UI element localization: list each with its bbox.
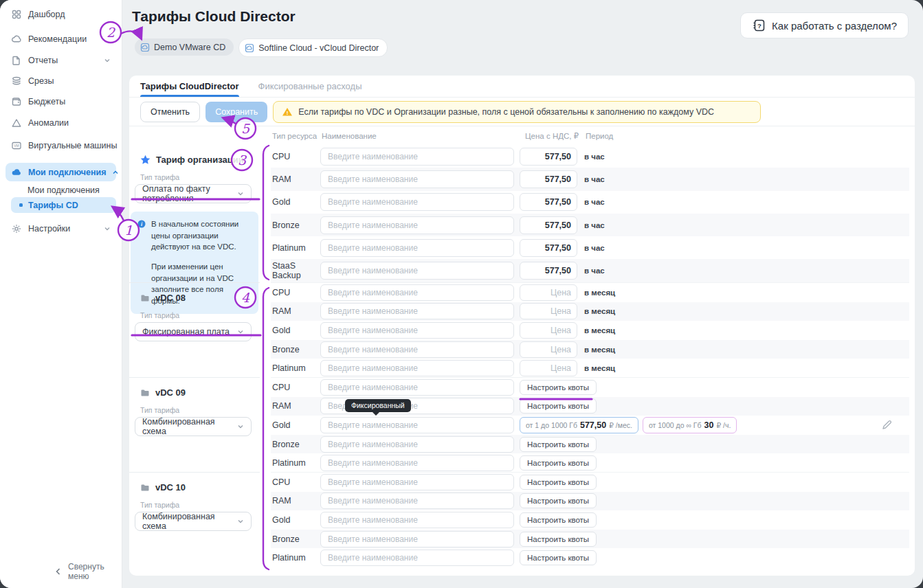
edit-pencil-icon[interactable] [881, 419, 893, 431]
tariff-type-label: Тип тарифа [140, 311, 260, 319]
tariff-type-label: Тип тарифа [140, 406, 260, 414]
vdc-09-tariff-type-dropdown[interactable]: Комбинированная схема [135, 417, 252, 436]
configure-quotas-button[interactable]: Настроить квоты [520, 550, 597, 565]
connection-chips: Demo VMware CD Softline Cloud - vCloud D… [135, 38, 388, 57]
annotation-arrow-2 [121, 31, 141, 38]
sidebar-item-anomalies[interactable]: Аномалии [5, 114, 116, 132]
sidebar-item-settings[interactable]: Настройки [5, 220, 116, 238]
dropdown-value: Комбинированная схема [142, 512, 237, 531]
sidebar-item-virtual-machines[interactable]: VM Виртуальные машины [5, 137, 116, 155]
table-row: CPU Настроить квоты [271, 378, 909, 397]
name-input[interactable] [320, 322, 514, 339]
connection-chip-label: Softline Cloud - vCloud Director [258, 43, 379, 53]
name-input[interactable] [320, 493, 514, 509]
tariff-type-label: Тип тарифа [140, 501, 260, 509]
toolbar: Отменить Сохранить ! Если тарифы по VDC … [129, 98, 915, 126]
sidebar-item-recommendations[interactable]: Рекомендации [5, 30, 116, 48]
page-title: Тарифы Cloud Director [132, 8, 296, 25]
resource-label: Gold [272, 197, 320, 207]
table-row: Gold в месяц [271, 321, 909, 340]
price-input[interactable] [520, 216, 577, 234]
collapse-menu-button[interactable]: Свернуть меню [55, 562, 122, 581]
sidebar-item-slices[interactable]: Срезы [5, 72, 116, 90]
connection-chip-softline[interactable]: Softline Cloud - vCloud Director [238, 38, 388, 57]
configure-quotas-button[interactable]: Настроить квоты [520, 437, 597, 452]
sidebar-item-my-connections[interactable]: Мои подключения [5, 163, 116, 181]
name-input[interactable] [320, 284, 514, 301]
price-input[interactable] [520, 322, 577, 339]
org-tariff-title: Тариф организации [156, 155, 244, 165]
warning-icon: ! [282, 106, 293, 117]
org-tariff-type-dropdown[interactable]: Оплата по факту потребления [135, 184, 252, 203]
name-input[interactable] [320, 436, 514, 453]
name-input[interactable] [320, 550, 514, 566]
name-input[interactable] [320, 455, 514, 471]
price-input[interactable] [520, 303, 577, 319]
price-input[interactable] [520, 239, 577, 257]
configure-quotas-button[interactable]: Настроить квоты [520, 512, 597, 528]
tabs: Тарифы CloudDirector Фиксированные расхо… [129, 76, 915, 98]
name-input[interactable] [320, 216, 514, 234]
period-label: в час [584, 198, 605, 206]
folder-icon [140, 388, 150, 398]
name-input[interactable] [320, 474, 514, 490]
vdc-10-tariff-type-dropdown[interactable]: Комбинированная схема [135, 512, 252, 531]
table-row: RAM Настроить квоты Фиксированный [271, 397, 909, 416]
sidebar-item-reports[interactable]: Отчеты [5, 52, 116, 69]
connection-chip-label: Demo VMware CD [154, 43, 225, 52]
sidebar-item-dashboard[interactable]: Дашборд [5, 5, 116, 23]
name-input[interactable] [320, 341, 514, 358]
name-input[interactable] [320, 379, 514, 396]
period-label: в месяц [584, 326, 615, 335]
sidebar: Дашборд Рекомендации Отчеты Срезы Бюджет… [0, 0, 122, 588]
chevron-down-icon [237, 423, 244, 430]
svg-text:!: ! [287, 110, 289, 116]
name-input[interactable] [320, 148, 514, 166]
configure-quotas-button[interactable]: Настроить квоты [520, 380, 597, 395]
resource-label: Gold [272, 326, 320, 335]
table-row: RAM в час [271, 168, 909, 190]
sidebar-item-budgets[interactable]: Бюджеты [5, 93, 116, 111]
save-button[interactable]: Сохранить [205, 102, 267, 122]
sidebar-subitem-my-connections[interactable]: Мои подключения [11, 183, 116, 198]
sidebar-subitem-tariffs-cd[interactable]: Тарифы CD [11, 197, 116, 213]
price-input[interactable] [520, 262, 577, 280]
quota-chip-hourly[interactable]: от 1000 до ∞ Гб 30 ₽ /ч. [643, 417, 737, 433]
table-row: RAM Настроить квоты [271, 492, 909, 511]
price-input[interactable] [520, 148, 577, 166]
configure-quotas-button[interactable]: Настроить квоты [520, 455, 597, 471]
name-input[interactable] [320, 170, 514, 188]
cancel-button[interactable]: Отменить [140, 102, 200, 122]
name-input[interactable] [320, 303, 514, 319]
name-input[interactable] [320, 193, 514, 211]
sidebar-item-label: Дашборд [28, 10, 65, 19]
vdc-09-panel: vDC 09 Тип тарифа Комбинированная схема [129, 377, 260, 472]
connection-chip-demo-vmware[interactable]: Demo VMware CD [135, 38, 234, 56]
name-input[interactable] [320, 512, 514, 528]
name-input[interactable] [320, 360, 514, 376]
name-input[interactable] [320, 262, 514, 280]
tab-cloud-director-tariffs[interactable]: Тарифы CloudDirector [140, 76, 239, 97]
help-button[interactable]: ? Как работать с разделом? [740, 12, 909, 38]
configure-quotas-button[interactable]: Настроить квоты [520, 532, 597, 547]
configure-quotas-button[interactable]: Настроить квоты [520, 398, 597, 414]
price-input[interactable] [520, 360, 577, 376]
chevron-down-icon [104, 57, 111, 64]
cloud-icon [11, 34, 22, 45]
section-vdc-09: vDC 09 Тип тарифа Комбинированная схема … [129, 377, 915, 472]
configure-quotas-button[interactable]: Настроить квоты [520, 493, 597, 508]
price-input[interactable] [520, 341, 577, 358]
vdc-10-rows: CPU Настроить квоты RAM Настроить квоты … [271, 472, 909, 567]
configure-quotas-button[interactable]: Настроить квоты [520, 475, 597, 490]
vdc-08-tariff-type-dropdown[interactable]: Фиксированная плата [135, 322, 252, 341]
name-input[interactable] [320, 531, 514, 547]
price-input[interactable] [520, 284, 577, 301]
vdc-08-panel: vDC 08 Тип тарифа Фиксированная плата [129, 282, 260, 377]
tab-fixed-costs[interactable]: Фиксированные расходы [258, 76, 362, 97]
price-input[interactable] [520, 193, 577, 211]
connection-icon [140, 43, 150, 52]
quota-chip-monthly[interactable]: от 1 до 1000 Гб 577,50 ₽ /мес. [520, 417, 638, 433]
name-input[interactable] [320, 417, 514, 433]
name-input[interactable] [320, 239, 514, 257]
price-input[interactable] [520, 170, 577, 188]
